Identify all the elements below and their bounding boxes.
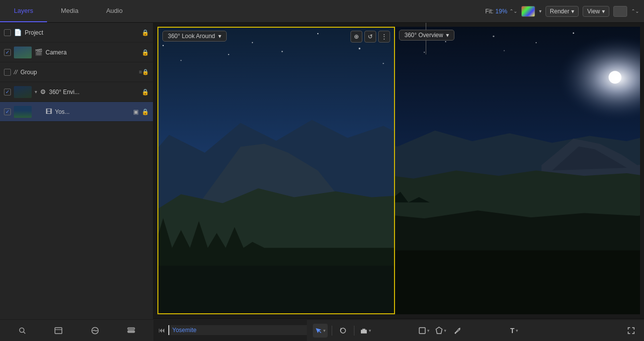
svg-rect-40	[361, 330, 362, 334]
fit-value[interactable]: 19%	[495, 8, 507, 15]
text-icon: T	[510, 327, 515, 335]
layer-name-project: Project	[25, 29, 139, 36]
viewport-right-chevron-icon: ▾	[446, 32, 449, 39]
svg-point-0	[19, 328, 24, 332]
grid-tool-btn[interactable]	[88, 324, 102, 338]
svg-point-17	[180, 60, 181, 61]
viewport-move-btn[interactable]: ⊕	[350, 31, 362, 43]
svg-point-45	[454, 332, 456, 334]
layer-project[interactable]: 📄 Project 🔒	[0, 23, 153, 43]
tab-layers[interactable]: Layers	[0, 0, 47, 22]
window-layout-btn[interactable]	[613, 6, 627, 17]
center-tools-group: ▾ ▾	[417, 324, 464, 338]
svg-rect-43	[365, 330, 367, 334]
zoom-fit-icon	[628, 327, 635, 334]
canvas-area: 360° Look Around ▾ ⊕ ↺ ⋮	[153, 23, 644, 341]
view-chevron-icon: ▾	[602, 8, 605, 15]
panel-tool-btn[interactable]	[51, 324, 65, 338]
mask-dropdown-icon[interactable]: ▾	[444, 328, 446, 333]
mask-icon	[436, 327, 443, 335]
lock-icon-project: 🔒	[142, 29, 149, 36]
select-icon	[315, 327, 322, 334]
select-tool-btn[interactable]: ▾	[313, 324, 328, 338]
checkbox-yosemite[interactable]	[4, 108, 11, 115]
layer-360env[interactable]: ▾ ⚙ 360° Envi... 🔒	[0, 82, 153, 102]
viewport-right: 360° Overview ▾	[395, 27, 640, 314]
landscape-svg-right	[395, 27, 640, 314]
layer-name-yosemite: Yos...	[55, 108, 130, 115]
shape-icon	[419, 327, 426, 334]
svg-rect-42	[364, 329, 365, 334]
view-dropdown[interactable]: View ▾	[583, 6, 609, 17]
shape-dropdown-icon[interactable]: ▾	[427, 328, 430, 333]
svg-rect-7	[128, 331, 135, 333]
hand-rotate-btn[interactable]	[336, 324, 350, 338]
paint-icon	[454, 327, 461, 334]
fit-control: Fit: 19% ⌃⌄	[485, 8, 517, 15]
checkbox-group[interactable]	[4, 69, 11, 76]
fit-label: Fit:	[485, 8, 494, 15]
svg-rect-2	[55, 328, 62, 334]
text-dropdown-icon[interactable]: ▾	[516, 328, 518, 333]
viewport-left-controls: ⊕ ↺ ⋮	[350, 31, 390, 43]
timeline-start-marker	[168, 325, 169, 335]
camera-icon: 🎬	[35, 49, 43, 56]
sidebar-bottom-toolbar	[0, 319, 153, 341]
search-tool-btn[interactable]	[15, 324, 29, 338]
layers-tool-btn[interactable]	[124, 324, 138, 338]
viewport-more-btn[interactable]: ⋮	[378, 31, 390, 43]
timeline-begin-marker[interactable]: ⏮	[155, 326, 168, 334]
checkbox-camera[interactable]	[4, 49, 11, 56]
hand-tool-btn[interactable]: ▾	[358, 324, 373, 338]
fit-stepper-icon[interactable]: ⌃⌄	[509, 8, 517, 14]
layers-icon	[127, 327, 135, 334]
window-chevron-icon[interactable]: ⌃⌄	[631, 8, 639, 14]
layer-name-camera: Camera	[46, 49, 139, 56]
grid-icon	[91, 327, 99, 335]
viewport-left-dropdown[interactable]: 360° Look Around ▾	[162, 31, 227, 42]
viewport-right-dropdown[interactable]: 360° Overview ▾	[399, 30, 454, 41]
svg-rect-21	[158, 266, 394, 313]
thumb-yosemite	[14, 106, 32, 118]
svg-point-36	[504, 50, 505, 51]
select-dropdown-icon[interactable]: ▾	[323, 328, 326, 333]
color-dropdown-icon[interactable]: ▾	[539, 8, 542, 14]
layer-camera[interactable]: 🎬 Camera 🔒	[0, 43, 153, 62]
hand-dropdown-icon[interactable]: ▾	[369, 328, 371, 333]
lock-icon-camera: 🔒	[142, 49, 149, 56]
chevron-360env-icon[interactable]: ▾	[35, 89, 37, 95]
thumb-360env	[14, 86, 32, 98]
shape-tool-btn[interactable]: ▾	[417, 324, 432, 338]
svg-rect-41	[362, 329, 364, 334]
mask-tool-btn[interactable]: ▾	[434, 324, 448, 338]
group-icon: //	[14, 68, 17, 76]
env-icon: ⚙	[40, 88, 46, 96]
render-dropdown[interactable]: Render ▾	[545, 6, 579, 17]
top-bar-right: Fit: 19% ⌃⌄ ▾ Render ▾ View ▾ ⌃⌄	[485, 6, 644, 17]
thumb-camera	[14, 47, 32, 58]
search-icon	[18, 327, 26, 335]
svg-point-15	[358, 48, 360, 49]
tab-audio[interactable]: Audio	[92, 0, 136, 22]
sidebar: 📄 Project 🔒 🎬 Camera 🔒 // Group ≡🔒 ▾ ⚙ 3…	[0, 23, 153, 341]
layer-yosemite[interactable]: 🎞 Yos... ▣ 🔒	[0, 102, 153, 122]
checkbox-360env[interactable]	[4, 89, 11, 96]
viewport-left-label: 360° Look Around ▾	[162, 31, 227, 42]
zoom-fit-btn[interactable]	[624, 324, 638, 338]
project-icon: 📄	[14, 29, 22, 36]
paint-tool-btn[interactable]	[450, 324, 464, 338]
tab-media[interactable]: Media	[47, 0, 92, 22]
svg-point-30	[536, 42, 537, 43]
layer-name-group: Group	[20, 69, 136, 76]
svg-rect-44	[419, 328, 425, 334]
layer-group[interactable]: // Group ≡🔒	[0, 62, 153, 82]
render-chevron-icon: ▾	[571, 8, 574, 15]
svg-point-13	[252, 42, 253, 43]
timeline-label: Yosemite	[168, 327, 197, 334]
checkbox-project[interactable]	[4, 29, 11, 36]
color-swatch[interactable]	[521, 6, 535, 17]
text-tool-btn[interactable]: T ▾	[507, 324, 521, 338]
lock-icon-yosemite: 🔒	[142, 108, 149, 115]
viewport-orbit-btn[interactable]: ↺	[364, 31, 376, 43]
yosemite-badge-icon: ▣	[133, 108, 139, 115]
